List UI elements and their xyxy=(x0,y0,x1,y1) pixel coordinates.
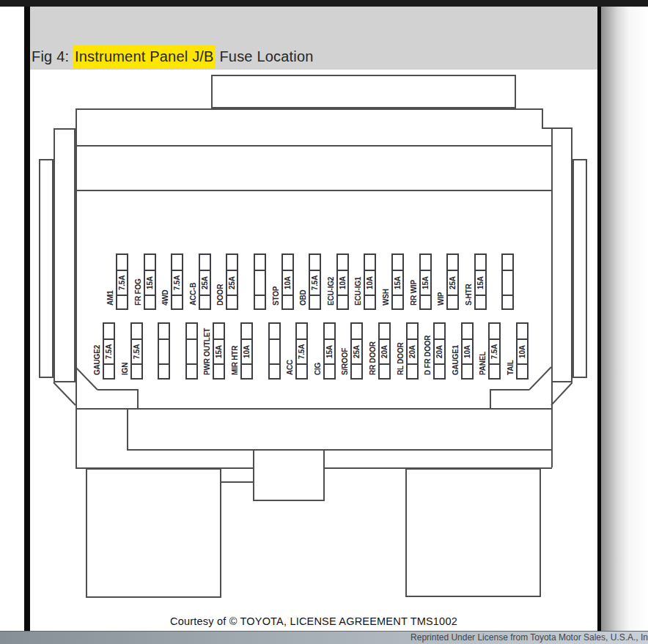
left-bracket-outer xyxy=(39,159,54,378)
fuse-name-label: RR WIP xyxy=(409,196,419,306)
fuse-name-label: DOOR xyxy=(216,196,225,306)
document-viewer-screenshot: Fig 4: Instrument Panel J/B Fuse Locatio… xyxy=(0,0,648,644)
page-edge-shadow xyxy=(601,7,648,631)
fuse-name-label: ECU-IG2 xyxy=(326,196,336,306)
fuse-amp-label: 7.5A xyxy=(490,339,499,364)
fuse-name-label: CIG xyxy=(313,265,323,375)
figure-title-band: Fig 4: Instrument Panel J/B Fuse Locatio… xyxy=(30,7,597,70)
bottom-right-leg xyxy=(405,468,541,597)
bottom-left-leg xyxy=(86,468,221,598)
fuse-name-label: AM1 xyxy=(106,196,115,306)
figure-title-prefix: Fig 4: xyxy=(32,48,73,64)
fuse-name-label: FR FOG xyxy=(133,196,143,306)
license-bar-text: Reprinted Under License from Toyota Moto… xyxy=(410,632,648,643)
fuse-amp-label: 15A xyxy=(145,270,155,295)
fuse-segment xyxy=(145,255,155,271)
fuse-segment xyxy=(408,324,417,340)
fuse-segment xyxy=(518,324,527,340)
fuse-name-label: D FR DOOR xyxy=(423,265,432,375)
fuse xyxy=(158,322,170,380)
fuse-segment xyxy=(159,340,169,365)
outline-line xyxy=(76,467,253,469)
outline-line xyxy=(137,389,139,408)
fuse-amp-label: 20A xyxy=(408,339,417,364)
page-left-border xyxy=(24,7,30,631)
fuse-segment xyxy=(270,324,279,340)
fuse-amp-label: 15A xyxy=(214,339,224,364)
fuse-segment xyxy=(297,324,306,340)
top-connector-tab xyxy=(211,75,516,108)
outline-chamfer xyxy=(551,382,572,406)
outline-line xyxy=(76,190,553,191)
fuse-segment xyxy=(242,324,251,340)
fuse-segment xyxy=(255,271,265,296)
fuse-name-label: ACC xyxy=(285,265,295,375)
fuse-name-label: GAUGE2 xyxy=(92,265,102,375)
fuse-name-label: GAUGE1 xyxy=(451,265,460,375)
fuse-amp-label: 15A xyxy=(325,339,334,364)
fuse-segment xyxy=(187,324,196,340)
fuse-segment xyxy=(325,324,334,340)
fuse-amp-label: 10A xyxy=(242,339,251,364)
fuse-box-diagram: Courtesy of © TOYOTA, LICENSE AGREEMENT … xyxy=(30,70,597,631)
outline-line xyxy=(127,408,128,449)
outline-line xyxy=(542,108,543,127)
fuse-amp-label: 10A xyxy=(463,339,472,364)
fuse-segment xyxy=(214,324,224,340)
outline-line xyxy=(127,449,552,451)
fuse-segment xyxy=(490,324,499,340)
outline-line xyxy=(76,108,77,467)
outline-line xyxy=(551,127,553,467)
fuse-segment xyxy=(187,340,196,365)
fuse xyxy=(268,322,281,380)
fuse-name-label: MIR HTR xyxy=(230,265,240,375)
fuse-segment xyxy=(435,324,444,340)
outline-chamfer xyxy=(529,366,551,390)
search-highlight: Instrument Panel J/B xyxy=(73,45,216,68)
fuse-segment xyxy=(255,255,265,271)
right-bracket-inner xyxy=(551,127,572,382)
fuse-name-label: RL DOOR xyxy=(396,265,405,375)
fuse-name-label: ECU-IG1 xyxy=(353,196,363,306)
fuse-segment xyxy=(159,324,169,340)
fuse-name-label: RR DOOR xyxy=(368,265,378,375)
fuse-amp-label: 20A xyxy=(435,339,444,364)
fuse-name-label: 4WD xyxy=(161,196,170,306)
fuse-name-label: S/ROOF xyxy=(340,265,350,375)
fuse-name-label: WSH xyxy=(381,196,391,306)
fuse-amp-label: 10A xyxy=(518,339,527,364)
outline-line xyxy=(490,389,491,408)
fuse-amp-label: 7.5A xyxy=(132,339,141,364)
fuse xyxy=(185,322,198,380)
courtesy-note: Courtesy of © TOYOTA, LICENSE AGREEMENT … xyxy=(30,615,597,627)
fuse-amp-label: 25A xyxy=(352,339,361,364)
outline-line xyxy=(490,389,529,391)
fuse-amp-label: 20A xyxy=(380,339,389,364)
bottom-center-tab xyxy=(253,449,325,501)
fuse-name-label: OBD xyxy=(298,196,308,306)
fuse-segment xyxy=(352,324,361,340)
fuse-name-label: IGN xyxy=(120,265,130,375)
fuse-name-label: PANEL xyxy=(478,265,487,375)
fuse-segment xyxy=(270,340,279,365)
fuse-segment xyxy=(463,324,472,340)
fuse-segment xyxy=(104,324,114,340)
fuse-amp-label: 7.5A xyxy=(297,339,306,364)
outline-line xyxy=(76,408,552,410)
license-bar: Reprinted Under License from Toyota Moto… xyxy=(0,631,648,644)
fuse-amp-label: 7.5A xyxy=(104,339,114,364)
outline-line xyxy=(76,145,553,147)
fuse-name-label: ACC-B xyxy=(188,196,198,306)
fuse-amp-label: 7.5A xyxy=(172,270,182,295)
right-bracket-outer xyxy=(572,159,587,378)
fuse-name-label: PWR OUTLET xyxy=(202,265,212,375)
fuse-name-label: WIP xyxy=(436,196,446,306)
outline-chamfer xyxy=(53,382,76,405)
fuse-name-label: STOP xyxy=(271,196,281,306)
left-bracket-inner xyxy=(54,128,76,382)
outline-line xyxy=(76,108,542,110)
fuse-segment xyxy=(132,324,141,340)
outline-line xyxy=(97,389,137,391)
figure-title-suffix: Fuse Location xyxy=(216,48,314,64)
window-top-bar xyxy=(0,0,648,7)
